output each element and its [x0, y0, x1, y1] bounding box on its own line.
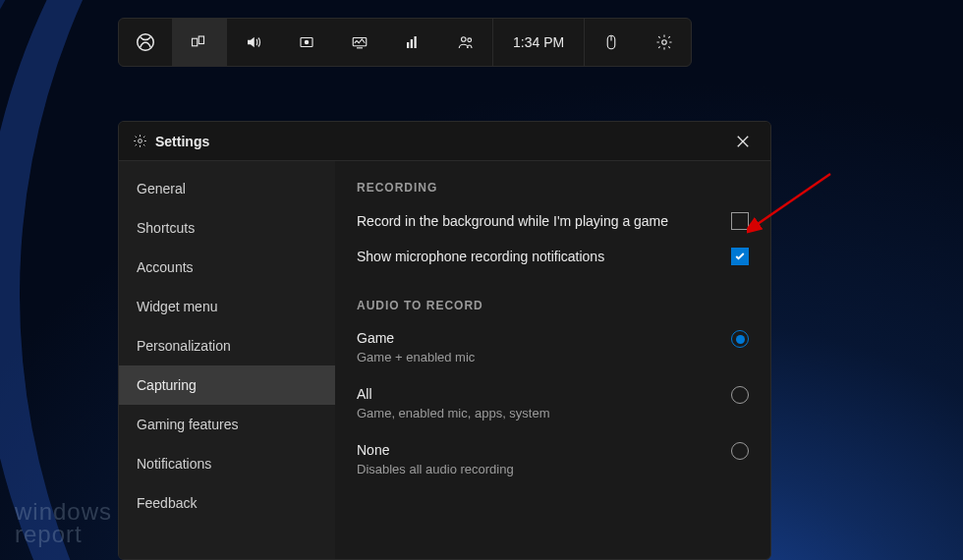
sidebar-item-accounts[interactable]: Accounts	[119, 248, 335, 287]
radio-desc-none: Disables all audio recording	[357, 462, 514, 476]
radio-row-all: AllGame, enabled mic, apps, system	[357, 386, 749, 420]
svg-rect-2	[198, 36, 203, 44]
svg-point-15	[139, 140, 142, 143]
radio-row-game: GameGame + enabled mic	[357, 330, 749, 364]
row-record-background: Record in the background while I'm playi…	[357, 212, 749, 230]
section-recording: RECORDING Record in the background while…	[357, 181, 749, 265]
sidebar-item-personalization[interactable]: Personalization	[119, 326, 335, 365]
audio-icon[interactable]	[227, 19, 280, 66]
checkbox-mic-notifications[interactable]	[731, 248, 749, 265]
svg-point-11	[468, 38, 472, 42]
settings-title: Settings	[155, 134, 729, 149]
row-mic-notifications: Show microphone recording notifications	[357, 248, 749, 265]
close-icon	[736, 135, 750, 148]
settings-content: RECORDING Record in the background while…	[335, 161, 770, 559]
svg-point-14	[662, 40, 667, 45]
svg-rect-6	[357, 47, 363, 48]
radio-row-none: NoneDisables all audio recording	[357, 442, 749, 476]
xbox-icon[interactable]	[119, 19, 172, 66]
svg-rect-7	[407, 42, 409, 48]
sidebar-item-shortcuts[interactable]: Shortcuts	[119, 208, 335, 248]
xbox-social-icon[interactable]	[439, 19, 492, 66]
svg-rect-1	[193, 38, 198, 46]
section-title-recording: RECORDING	[357, 181, 749, 195]
checkbox-record-background[interactable]	[731, 212, 749, 230]
settings-header: Settings	[119, 122, 770, 161]
svg-point-10	[462, 37, 467, 42]
radio-none[interactable]	[731, 442, 749, 460]
svg-rect-8	[411, 39, 413, 48]
widgets-icon[interactable]	[173, 19, 226, 66]
section-title-audio: AUDIO TO RECORD	[357, 299, 749, 312]
performance-icon[interactable]	[333, 19, 386, 66]
radio-game[interactable]	[731, 330, 749, 348]
gear-icon	[133, 134, 147, 148]
label-record-background: Record in the background while I'm playi…	[357, 213, 668, 229]
svg-rect-9	[415, 36, 417, 48]
sidebar-item-notifications[interactable]: Notifications	[119, 444, 335, 483]
settings-sidebar: GeneralShortcutsAccountsWidget menuPerso…	[119, 161, 335, 559]
close-button[interactable]	[729, 128, 757, 155]
settings-gear-icon[interactable]	[638, 19, 691, 66]
sidebar-item-gaming-features[interactable]: Gaming features	[119, 405, 335, 444]
radio-label-none: None	[357, 442, 514, 458]
resources-icon[interactable]	[386, 19, 439, 66]
sidebar-item-feedback[interactable]: Feedback	[119, 483, 335, 523]
sidebar-item-capturing[interactable]: Capturing	[119, 365, 335, 405]
sidebar-item-general[interactable]: General	[119, 169, 335, 208]
watermark: windows report	[15, 501, 112, 546]
radio-label-all: All	[357, 386, 550, 402]
radio-label-game: Game	[357, 330, 475, 346]
settings-window: Settings GeneralShortcutsAccountsWidget …	[118, 121, 771, 560]
mouse-icon[interactable]	[585, 19, 638, 66]
radio-all[interactable]	[731, 386, 749, 404]
svg-point-4	[305, 40, 310, 45]
capture-icon[interactable]	[280, 19, 333, 66]
radio-desc-all: Game, enabled mic, apps, system	[357, 406, 550, 420]
watermark-line2: report	[15, 524, 112, 546]
section-audio: AUDIO TO RECORD GameGame + enabled micAl…	[357, 299, 749, 476]
game-bar: 1:34 PM	[118, 18, 692, 67]
sidebar-item-widget-menu[interactable]: Widget menu	[119, 287, 335, 326]
clock-time: 1:34 PM	[493, 19, 584, 66]
label-mic-notifications: Show microphone recording notifications	[357, 249, 604, 264]
radio-desc-game: Game + enabled mic	[357, 350, 475, 364]
